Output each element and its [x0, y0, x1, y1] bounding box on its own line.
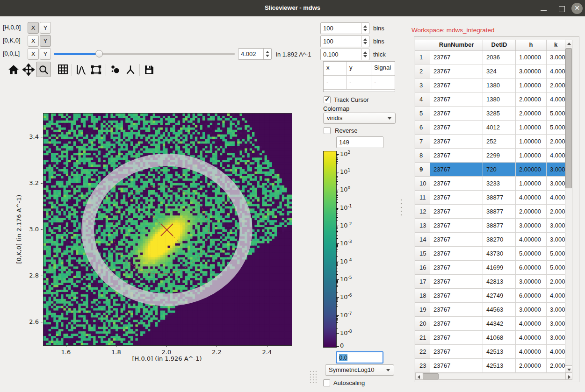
row-number-cell[interactable]: 4	[415, 93, 430, 107]
table-cell[interactable]: 23767	[430, 247, 483, 261]
thickness-spinbox[interactable]: 0.100	[320, 49, 369, 60]
slice-value-spinbox[interactable]: 4.002	[238, 48, 272, 60]
table-cell[interactable]: 3.00000	[516, 64, 547, 78]
table-cell[interactable]: 38877	[483, 191, 516, 205]
0k0-y-button[interactable]: Y	[40, 35, 51, 47]
table-cell[interactable]: 2.00000	[547, 359, 565, 373]
region-selection-button[interactable]	[90, 64, 102, 76]
table-corner-cell[interactable]	[415, 40, 430, 50]
table-cell[interactable]: 1380	[483, 78, 516, 93]
table-row[interactable]: 52376732852.000005.00000	[415, 107, 565, 121]
vscroll-thumb[interactable]	[565, 48, 572, 188]
spin-up-icon[interactable]	[266, 51, 269, 53]
slice-heatmap-canvas[interactable]	[43, 113, 292, 346]
table-cell[interactable]: 2.00000	[516, 93, 547, 107]
table-cell[interactable]: 4.00000	[516, 345, 547, 359]
table-cell[interactable]: 23767	[430, 64, 483, 78]
spin-up-icon[interactable]	[363, 25, 367, 28]
table-cell[interactable]: 4.00000	[547, 149, 565, 163]
row-number-cell[interactable]: 23	[415, 359, 430, 373]
table-cell[interactable]: 3.00000	[516, 219, 547, 233]
row-number-cell[interactable]: 12	[415, 205, 430, 219]
table-cell[interactable]: 5.00000	[516, 247, 547, 261]
table-cell[interactable]: 4.00000	[516, 233, 547, 247]
table-row[interactable]: 1923767445633.000003.00000	[415, 303, 565, 317]
table-cell[interactable]: 4.00000	[516, 191, 547, 205]
table-row[interactable]: 62376740121.000005.00000	[415, 121, 565, 135]
colorbar-min-input[interactable]: 0.0	[336, 351, 383, 363]
table-row[interactable]: 12376720361.000003.00000	[415, 50, 565, 64]
spin-up-icon[interactable]	[363, 51, 367, 54]
grid-button[interactable]	[57, 64, 69, 75]
table-cell[interactable]: 23767	[430, 331, 483, 345]
table-row[interactable]: 1323767388773.000003.00000	[415, 219, 565, 233]
table-cell[interactable]: 2.00000	[547, 275, 565, 289]
scale-combobox[interactable]: SymmetricLog10	[325, 364, 394, 376]
table-cell[interactable]: 23767	[430, 78, 483, 93]
autoscaling-checkbox[interactable]	[323, 379, 330, 386]
slice-slider[interactable]	[54, 53, 235, 55]
zoom-icon-wrap[interactable]	[38, 64, 49, 75]
table-cell[interactable]: 23767	[430, 261, 483, 275]
table-cell[interactable]: 4012	[483, 121, 516, 135]
save-button[interactable]	[143, 64, 155, 75]
hscroll-thumb[interactable]	[423, 373, 439, 379]
row-number-cell[interactable]: 18	[415, 289, 430, 303]
size-grip[interactable]	[309, 370, 317, 383]
table-cell[interactable]: 5.00000	[547, 247, 565, 261]
table-cell[interactable]: 41699	[483, 261, 516, 275]
table-cell[interactable]: 42749	[483, 289, 516, 303]
table-cell[interactable]: 42513	[483, 345, 516, 359]
table-row[interactable]: 2123767410684.000003.00000	[415, 331, 565, 345]
00l-y-button[interactable]: Y	[40, 48, 51, 60]
table-cell[interactable]: 3.00000	[516, 275, 547, 289]
row-number-cell[interactable]: 11	[415, 191, 430, 205]
y-bins-spinbox[interactable]: 100	[320, 36, 369, 47]
table-cell[interactable]: 720	[483, 163, 516, 177]
table-cell[interactable]: 23767	[430, 219, 483, 233]
table-cell[interactable]: 4.00000	[547, 64, 565, 78]
vscroll-down-button[interactable]	[565, 365, 572, 373]
column-header-h[interactable]: h	[516, 40, 547, 50]
table-cell[interactable]: 5.00000	[547, 121, 565, 135]
row-number-cell[interactable]: 3	[415, 78, 430, 93]
row-number-cell[interactable]: 14	[415, 233, 430, 247]
table-cell[interactable]: 5.00000	[547, 107, 565, 121]
table-cell[interactable]: 2.00000	[516, 163, 547, 177]
table-cell[interactable]: 3.00000	[516, 303, 547, 317]
slider-handle[interactable]	[95, 50, 103, 57]
table-cell[interactable]: 3.00000	[547, 50, 565, 64]
table-cell[interactable]: 1.00000	[516, 78, 547, 93]
table-cell[interactable]: 3.00000	[547, 219, 565, 233]
spin-down-icon[interactable]	[363, 29, 367, 31]
table-row[interactable]: 1423767382704.000003.00000	[415, 233, 565, 247]
table-row[interactable]: 2237673243.000004.00000	[415, 64, 565, 78]
table-cell[interactable]: 3.00000	[547, 177, 565, 191]
maximize-button[interactable]	[556, 2, 568, 14]
table-cell[interactable]: 3.00000	[547, 163, 565, 177]
table-row[interactable]: 1123767388774.000004.00000	[415, 191, 565, 205]
column-header-detid[interactable]: DetID	[483, 40, 516, 50]
pan-button[interactable]	[22, 64, 35, 76]
table-row[interactable]: 9237677202.000003.00000	[415, 163, 565, 177]
table-cell[interactable]: 4.00000	[547, 345, 565, 359]
table-cell[interactable]: 42513	[483, 359, 516, 373]
column-header-runnumber[interactable]: RunNumber	[430, 40, 483, 50]
table-cell[interactable]: 23767	[430, 275, 483, 289]
table-cell[interactable]: 2.00000	[516, 107, 547, 121]
row-number-cell[interactable]: 17	[415, 275, 430, 289]
row-number-cell[interactable]: 1	[415, 50, 430, 64]
table-row[interactable]: 2223767425134.000004.00000	[415, 345, 565, 359]
table-cell[interactable]: 23767	[430, 149, 483, 163]
table-cell[interactable]: 3233	[483, 177, 516, 191]
row-number-cell[interactable]: 9	[415, 163, 430, 177]
table-cell[interactable]: 1.00000	[516, 149, 547, 163]
spin-down-icon[interactable]	[363, 42, 367, 44]
table-cell[interactable]: 23767	[430, 205, 483, 219]
table-row[interactable]: 1723767428133.000002.00000	[415, 275, 565, 289]
table-cell[interactable]: 23767	[430, 191, 483, 205]
table-cell[interactable]: 23767	[430, 289, 483, 303]
table-cell[interactable]: 1.00000	[516, 135, 547, 149]
table-cell[interactable]: 44342	[483, 317, 516, 331]
table-row[interactable]: 1523767437305.000005.00000	[415, 247, 565, 261]
